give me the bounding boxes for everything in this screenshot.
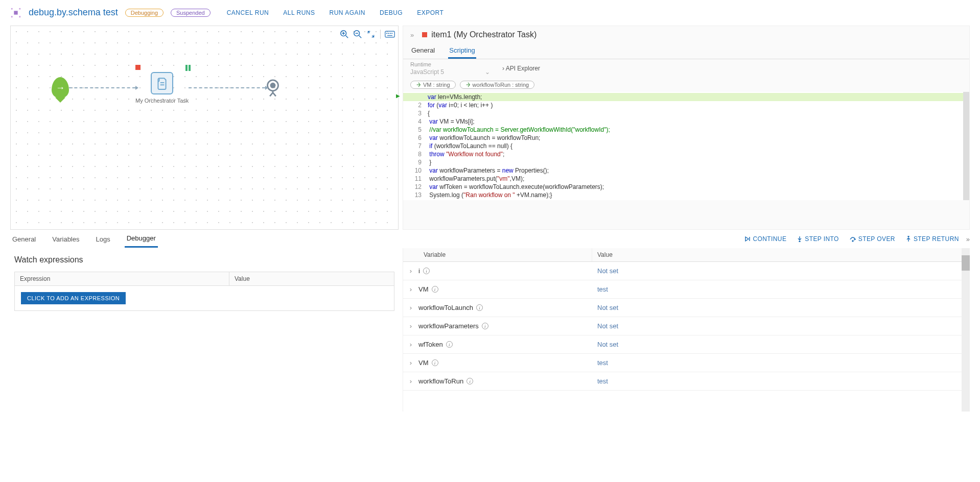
workflow-title: debug.by.schema test [29, 7, 118, 18]
tab-general-bottom[interactable]: General [10, 231, 38, 247]
expand-row-icon[interactable]: › [403, 359, 418, 367]
expand-row-icon[interactable]: › [403, 304, 418, 311]
start-node[interactable]: → [52, 77, 69, 99]
vars-scrollbar[interactable] [962, 248, 970, 412]
header-bar: debug.by.schema test Debugging Suspended… [0, 0, 980, 26]
param-pill-vm[interactable]: VM : string [410, 81, 456, 89]
expand-row-icon[interactable]: › [403, 377, 418, 385]
debug-button[interactable]: DEBUG [380, 9, 403, 16]
breakpoint-icon [135, 65, 141, 70]
app-logo-icon [10, 7, 21, 18]
info-icon[interactable]: i [446, 341, 453, 348]
variable-row[interactable]: › workflowParameters i Not set [403, 317, 962, 335]
info-icon[interactable]: i [432, 359, 438, 366]
variable-value: test [592, 359, 608, 367]
watch-title: Watch expressions [14, 255, 394, 264]
tab-scripting[interactable]: Scripting [448, 43, 476, 59]
workflow-canvas[interactable]: → My Orchestrator Task [10, 26, 399, 230]
zoom-out-icon[interactable] [353, 29, 363, 39]
keyboard-icon[interactable] [385, 29, 395, 39]
watch-table: Expression Value CLICK TO ADD AN EXPRESS… [14, 272, 394, 311]
line-gutter: 12345678910111213 [403, 92, 426, 200]
panel-title: item1 (My Orchestrator Task) [431, 30, 536, 39]
info-icon[interactable]: i [482, 323, 488, 329]
param-pill-workflow[interactable]: workflowToRun : string [460, 81, 535, 89]
current-line-marker-icon: ▶ [396, 93, 400, 99]
run-again-button[interactable]: RUN AGAIN [330, 9, 366, 16]
connector [189, 87, 265, 88]
collapse-panel-icon[interactable]: » [410, 31, 414, 39]
svg-line-11 [359, 36, 362, 38]
status-badge-suspended: Suspended [171, 9, 211, 17]
script-task-icon [151, 72, 173, 94]
variable-name: workflowParameters i [418, 322, 592, 330]
details-panel: » item1 (My Orchestrator Task) General S… [403, 26, 970, 230]
breakpoint-indicator-icon [422, 32, 427, 37]
running-marker-icon [184, 65, 189, 71]
all-runs-button[interactable]: ALL RUNS [283, 9, 315, 16]
code-editor[interactable]: ▶ 12345678910111213 var len=VMs.length; … [403, 92, 969, 200]
variable-row[interactable]: › i i Not set [403, 262, 962, 280]
step-into-button[interactable]: STEP INTO [797, 235, 839, 243]
expand-row-icon[interactable]: › [403, 341, 418, 348]
svg-point-16 [390, 33, 390, 34]
variable-value: Not set [592, 267, 618, 275]
variable-name: VM i [418, 285, 592, 293]
watch-col-value: Value [229, 272, 255, 285]
canvas-toolbar [339, 29, 395, 39]
info-icon[interactable]: i [423, 268, 430, 274]
variable-name: i i [418, 267, 592, 275]
svg-line-8 [346, 36, 348, 38]
variable-value: Not set [592, 322, 618, 330]
collapse-chevrons-icon[interactable]: » [966, 235, 970, 243]
code-scrollbar[interactable] [963, 92, 969, 200]
variable-value: Not set [592, 341, 618, 348]
tab-variables-bottom[interactable]: Variables [50, 231, 81, 247]
step-over-button[interactable]: STEP OVER [849, 235, 895, 243]
variable-row[interactable]: › workflowToLaunch i Not set [403, 299, 962, 317]
variable-row[interactable]: › VM i test [403, 280, 962, 299]
vars-col-variable: Variable [418, 248, 592, 261]
chevron-down-icon: ⌄ [485, 68, 490, 76]
expand-row-icon[interactable]: › [403, 322, 418, 330]
api-explorer-link[interactable]: › API Explorer [502, 65, 540, 72]
watch-panel: Watch expressions Expression Value CLICK… [10, 248, 399, 412]
continue-button[interactable]: CONTINUE [744, 235, 786, 243]
info-icon[interactable]: i [466, 378, 473, 384]
svg-point-28 [852, 240, 853, 242]
expand-row-icon[interactable]: › [403, 285, 418, 293]
status-badge-debugging: Debugging [125, 9, 164, 17]
svg-point-17 [392, 33, 392, 34]
cancel-run-button[interactable]: CANCEL RUN [227, 9, 269, 16]
svg-rect-12 [385, 31, 394, 37]
tab-general[interactable]: General [410, 43, 436, 59]
runtime-select[interactable]: JavaScript 5⌄ [410, 68, 492, 76]
variable-name: VM i [418, 359, 592, 367]
zoom-in-icon[interactable] [339, 29, 349, 39]
watch-col-expression: Expression [15, 272, 229, 285]
variable-row[interactable]: › VM i test [403, 354, 962, 372]
variable-row[interactable]: › workflowToRun i test [403, 372, 962, 391]
runtime-label: Runtime [410, 61, 492, 67]
info-icon[interactable]: i [476, 304, 483, 311]
export-button[interactable]: EXPORT [417, 9, 444, 16]
vars-col-value: Value [592, 248, 618, 261]
info-icon[interactable]: i [432, 286, 438, 293]
tab-debugger-bottom[interactable]: Debugger [125, 230, 158, 248]
step-return-button[interactable]: STEP RETURN [905, 235, 959, 243]
svg-rect-0 [14, 11, 17, 14]
connector [69, 87, 135, 88]
svg-point-30 [908, 236, 909, 237]
svg-rect-4 [19, 16, 20, 17]
add-expression-button[interactable]: CLICK TO ADD AN EXPRESSION [21, 292, 126, 304]
expand-row-icon[interactable]: › [403, 267, 418, 275]
variable-value: test [592, 377, 608, 385]
task-node[interactable]: My Orchestrator Task [135, 72, 189, 104]
svg-point-27 [799, 241, 800, 242]
fit-screen-icon[interactable] [366, 29, 376, 39]
task-label: My Orchestrator Task [135, 98, 189, 104]
variable-row[interactable]: › wfToken i Not set [403, 335, 962, 354]
variable-name: wfToken i [418, 341, 592, 348]
tab-logs-bottom[interactable]: Logs [94, 231, 112, 247]
variable-name: workflowToLaunch i [418, 304, 592, 311]
